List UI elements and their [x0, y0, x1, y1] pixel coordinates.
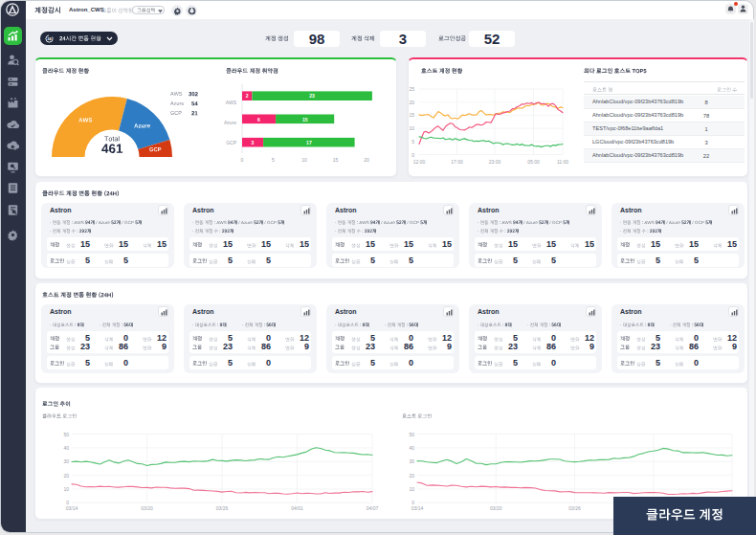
svg-text:17: 17: [306, 140, 312, 145]
svg-text:GCP: GCP: [226, 140, 237, 145]
svg-text:03/26: 03/26: [216, 505, 229, 511]
svg-text:AWS: AWS: [226, 100, 237, 105]
svg-text:23:00: 23:00: [489, 159, 501, 165]
svg-text:17:00: 17:00: [451, 159, 463, 165]
svg-text:2: 2: [246, 93, 249, 99]
svg-text:03/26: 03/26: [568, 505, 581, 511]
svg-text:6: 6: [257, 117, 260, 123]
svg-text:20: 20: [364, 157, 369, 163]
svg-text:05:00: 05:00: [527, 159, 540, 165]
svg-text:03/20: 03/20: [490, 505, 502, 511]
svg-text:10: 10: [63, 486, 69, 492]
svg-text:04/07: 04/07: [367, 505, 379, 511]
svg-text:Azure: Azure: [224, 120, 236, 125]
svg-text:15: 15: [302, 117, 308, 123]
svg-text:10: 10: [301, 157, 307, 163]
svg-text:40: 40: [409, 445, 414, 451]
svg-text:50: 50: [409, 432, 414, 437]
svg-text:20: 20: [409, 100, 414, 105]
svg-text:10: 10: [409, 125, 414, 131]
svg-text:15: 15: [409, 112, 414, 118]
svg-text:15: 15: [333, 157, 339, 163]
svg-text:03/20: 03/20: [141, 505, 153, 511]
svg-text:04/01: 04/01: [291, 505, 303, 511]
svg-text:3: 3: [252, 140, 255, 145]
svg-text:24: 24: [48, 37, 52, 41]
svg-text:50: 50: [63, 432, 69, 437]
svg-text:0: 0: [411, 152, 414, 158]
svg-text:12:00: 12:00: [413, 159, 426, 165]
svg-text:5: 5: [272, 157, 275, 163]
svg-text:03/14: 03/14: [66, 505, 78, 511]
svg-text:40: 40: [63, 445, 69, 451]
svg-text:23: 23: [309, 93, 315, 99]
svg-text:03/14: 03/14: [411, 505, 424, 511]
svg-text:5: 5: [411, 139, 414, 145]
svg-text:11:00: 11:00: [557, 159, 568, 165]
svg-text:10: 10: [409, 486, 414, 492]
svg-text:25: 25: [409, 86, 414, 92]
svg-text:30: 30: [63, 458, 69, 464]
svg-text:0: 0: [241, 157, 244, 163]
svg-text:30: 30: [409, 458, 414, 464]
svg-text:20: 20: [409, 473, 414, 479]
svg-text:20: 20: [63, 473, 69, 479]
